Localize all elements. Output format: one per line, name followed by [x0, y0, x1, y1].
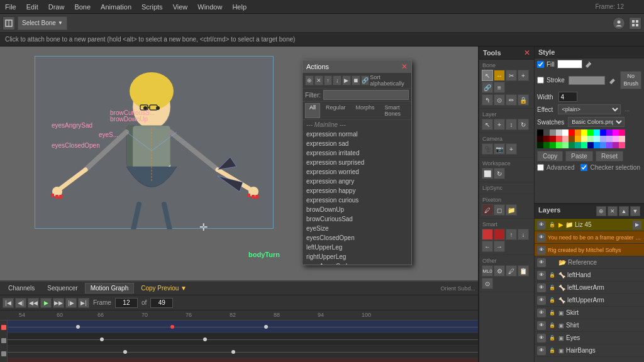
layer-leftupperarm[interactable]: 👁 🔒 🦴 leftUpperArm	[535, 294, 644, 307]
layer-skirt[interactable]: 👁 🔒 ▣ Skirt	[535, 307, 644, 319]
layer-vis-ref[interactable]: 👁	[537, 258, 546, 267]
color-crimson[interactable]	[550, 136, 556, 142]
tool-icon[interactable]	[3, 16, 15, 30]
layer-vis-eyes[interactable]: 👁	[537, 334, 546, 343]
layer-lock-skirt[interactable]: 🔒	[548, 309, 557, 317]
layer-lock-lua[interactable]: 🔒	[548, 296, 557, 305]
layer-lefthand[interactable]: 👁 🔒 🦴 leftHand	[535, 269, 644, 282]
tl-prev-key[interactable]: ◀|	[15, 298, 26, 308]
action-eyesangrysad[interactable]: eyesAngrySad	[303, 261, 411, 265]
other-tool-mlo[interactable]: ML0	[482, 265, 493, 277]
bone-tool-6[interactable]: ≡	[494, 82, 505, 93]
tl-prev-frame[interactable]: ◀◀	[28, 298, 39, 308]
layer-tool-3[interactable]: ↕	[506, 119, 517, 130]
color-mint[interactable]	[581, 142, 587, 148]
tab-all[interactable]: All	[305, 103, 320, 118]
pixeton-tool-1[interactable]: 🖊	[482, 204, 493, 216]
layer-vis-1[interactable]: 👁	[537, 221, 546, 229]
color-lightgray[interactable]	[556, 129, 562, 136]
color-lightgreen[interactable]	[587, 136, 594, 142]
layer-btn-3[interactable]: ▲	[619, 206, 629, 216]
layer-warning-1[interactable]: 👁 You need to be on a frame greater than	[535, 231, 644, 244]
color-lightyellow[interactable]	[581, 136, 587, 142]
fill-edit-icon[interactable]	[585, 60, 592, 68]
color-darkred[interactable]	[537, 136, 543, 142]
width-input[interactable]	[558, 92, 577, 102]
color-lightblue[interactable]	[600, 136, 606, 142]
bone-tool-8[interactable]: ⊙	[494, 94, 505, 106]
actions-close-btn[interactable]: ✕	[401, 62, 408, 71]
action-browcurioussad[interactable]: browCuriousSad	[303, 214, 411, 224]
act-btn-4[interactable]: ↓	[333, 75, 341, 85]
smart-tool-3[interactable]: ↑	[506, 229, 517, 240]
layer-lock-lh[interactable]: 🔒	[548, 271, 557, 280]
total-frames-input[interactable]	[150, 298, 173, 308]
color-black[interactable]	[537, 129, 543, 136]
menu-window[interactable]: Window	[192, 2, 227, 12]
tl-begin[interactable]: |◀	[3, 298, 14, 308]
menu-animation[interactable]: Animation	[96, 2, 136, 12]
camera-tool-3[interactable]: +	[506, 143, 517, 155]
tab-morphs[interactable]: Morphs	[352, 103, 379, 118]
layer-lock-1[interactable]: 🔒	[548, 221, 557, 229]
smart-tool-red1[interactable]	[482, 229, 493, 240]
menu-draw[interactable]: Draw	[43, 2, 70, 12]
layer-vis-skirt[interactable]: 👁	[537, 309, 546, 317]
fill-checkbox[interactable]	[537, 61, 544, 68]
color-white[interactable]	[562, 129, 569, 136]
act-btn-3[interactable]: ↑	[324, 75, 333, 85]
layer-leftlowerarm[interactable]: 👁 🔒 🦴 leftLowerArm	[535, 282, 644, 294]
color-lightpink[interactable]	[619, 136, 625, 142]
color-skyblue[interactable]	[594, 142, 600, 148]
layer-lock-hair[interactable]: 🔒	[548, 346, 557, 355]
advanced-checkbox[interactable]	[537, 164, 544, 171]
tab-smart-bones[interactable]: Smart Bones	[380, 103, 409, 118]
color-yellow[interactable]	[581, 129, 587, 136]
smart-tool-4[interactable]: ↓	[518, 229, 529, 240]
menu-help[interactable]: Help	[227, 2, 252, 12]
bone-tool-1[interactable]: ↖	[482, 70, 493, 81]
action-browdownup[interactable]: browDownUp	[303, 205, 411, 214]
color-plum[interactable]	[613, 142, 619, 148]
filter-input[interactable]	[323, 90, 409, 100]
layer-lock-ref[interactable]	[548, 258, 557, 267]
tl-next-key[interactable]: |▶	[65, 298, 77, 308]
workspace-tool-2[interactable]: ↻	[494, 168, 505, 179]
layer-expand-btn[interactable]: ▶	[633, 221, 641, 229]
camera-tool-1[interactable]: 🎥	[482, 143, 493, 155]
other-tool-3[interactable]: 🖊	[506, 265, 517, 277]
layer-btn-4[interactable]: ▼	[630, 206, 640, 216]
settings-icon[interactable]	[629, 17, 641, 30]
other-tool-5[interactable]: ⊙	[482, 278, 493, 289]
tools-close-btn[interactable]: ✕	[524, 48, 530, 57]
smart-tool-red2[interactable]	[494, 229, 505, 240]
workspace-tool-1[interactable]: ⬜	[482, 168, 493, 179]
action-expression-normal[interactable]: expression normal	[303, 129, 411, 139]
stroke-color-swatch[interactable]	[569, 76, 606, 85]
layer-lock-shirt[interactable]: 🔒	[548, 321, 557, 330]
color-cyan[interactable]	[594, 129, 600, 136]
bone-tool-5[interactable]: 🔗	[482, 82, 493, 93]
tab-channels[interactable]: Channels	[3, 283, 40, 293]
layer-warning-2[interactable]: 👁 Rig created by Mitchel Softys	[535, 244, 644, 256]
bone-tool-4[interactable]: +	[518, 70, 529, 81]
act-btn-5[interactable]: ▶	[342, 75, 351, 85]
user-icon[interactable]	[613, 17, 625, 30]
color-pink[interactable]	[619, 129, 625, 136]
action-expression-sad[interactable]: expression sad	[303, 139, 411, 148]
action-expression-irritated[interactable]: expression irritated	[303, 148, 411, 158]
layer-btn-1[interactable]: ⊕	[596, 206, 606, 216]
effect-select[interactable]: <plain>	[558, 104, 621, 114]
layer-vis-hair[interactable]: 👁	[537, 346, 546, 355]
action-leftupperleg[interactable]: leftUpperLeg	[303, 243, 411, 252]
color-teal[interactable]	[569, 142, 575, 148]
action-rightupperleg[interactable]: rightUpperLeg	[303, 252, 411, 261]
color-brightgreen[interactable]	[556, 142, 562, 148]
layer-vis-lla[interactable]: 👁	[537, 283, 546, 292]
menu-edit[interactable]: Edit	[21, 2, 43, 12]
no-brush-btn[interactable]: NoBrush	[620, 71, 641, 89]
color-maroon[interactable]	[543, 136, 550, 142]
layer-lock-eyes[interactable]: 🔒	[548, 334, 557, 343]
tl-end[interactable]: ▶|	[78, 298, 89, 308]
layer-vis-w2[interactable]: 👁	[537, 246, 546, 255]
